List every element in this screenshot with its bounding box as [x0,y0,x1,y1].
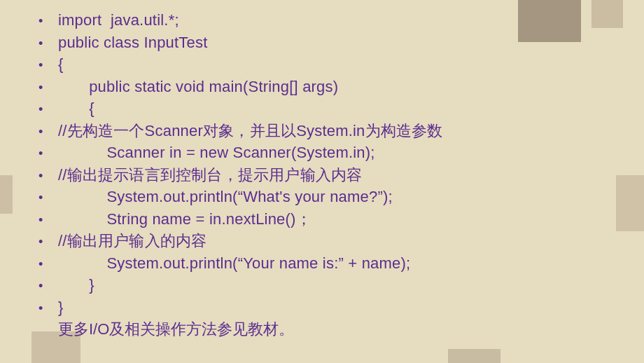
code-line: • System.out.println(“Your name is:” + n… [38,253,606,275]
code-line: • Scanner in = new Scanner(System.in); [38,142,606,165]
bullet-icon: • [38,121,58,143]
code-text: import java.util.*; [58,10,179,32]
code-line: •//先构造一个Scanner对象，并且以System.in为构造参数 [38,121,606,143]
code-text: System.out.println(“Your name is:” + nam… [58,253,410,275]
code-text: { [58,54,64,76]
code-text: Scanner in = new Scanner(System.in); [58,142,375,164]
code-text: } [58,297,64,319]
code-line: •//输出提示语言到控制台，提示用户输入内容 [38,165,606,187]
code-text: String name = in.nextLine()； [58,209,312,231]
bullet-icon: • [38,77,58,99]
code-line: • { [38,98,606,121]
bullet-icon: • [38,298,58,320]
code-line: •import java.util.*; [38,10,606,32]
bullet-icon: • [38,275,58,297]
bullet-icon: • [38,99,58,121]
code-line: •{ [38,54,606,76]
code-text: } [58,275,94,296]
code-text: System.out.println(“What's your name?”); [58,186,393,208]
decor-square-bottom-right [448,349,500,363]
bullet-icon: • [38,254,58,275]
code-text: //输出提示语言到控制台，提示用户输入内容 [58,165,362,186]
footer-text: 更多I/O及相关操作方法参见教材。 [38,319,606,340]
bullet-icon: • [38,33,58,55]
bullet-icon: • [38,11,58,32]
code-text: public static void main(String[] args) [58,76,338,98]
code-line: •//输出用户输入的内容 [38,231,606,253]
bullet-icon: • [38,55,58,76]
code-line: •} [38,297,606,320]
code-text: //先构造一个Scanner对象，并且以System.in为构造参数 [58,121,443,142]
code-text: { [58,98,94,120]
slide-content: •import java.util.*; •public class Input… [0,0,644,347]
code-line: • } [38,275,606,297]
code-line: • String name = in.nextLine()； [38,209,606,231]
code-line: • System.out.println(“What's your name?”… [38,186,606,209]
code-line: •public class InputTest [38,32,606,55]
bullet-icon: • [38,165,58,187]
code-text: //输出用户输入的内容 [58,231,206,252]
bullet-icon: • [38,187,58,209]
code-text: public class InputTest [58,32,208,54]
code-line: • public static void main(String[] args) [38,76,606,99]
bullet-icon: • [38,231,58,253]
bullet-icon: • [38,210,58,231]
bullet-icon: • [38,143,58,165]
